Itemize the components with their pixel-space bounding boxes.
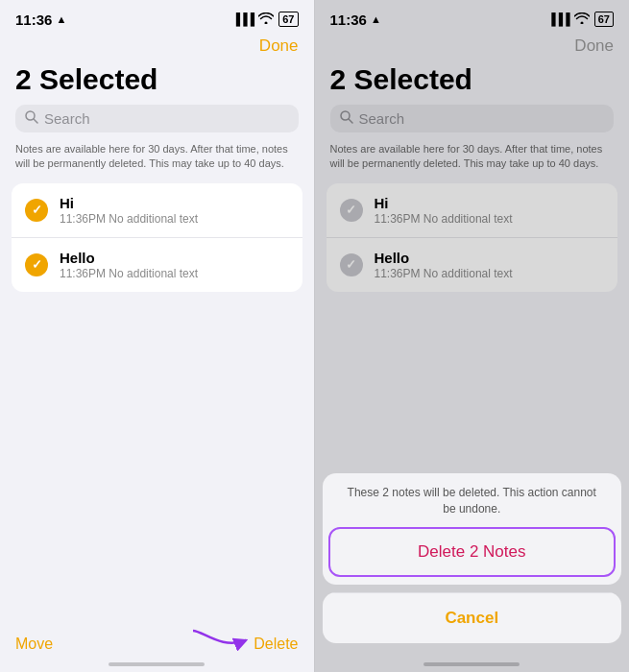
info-text-left: Notes are available here for 30 days. Af… [0, 142, 314, 183]
note-meta-hello-left: 11:36PM No additional text [60, 267, 289, 280]
svg-line-1 [34, 119, 37, 123]
action-sheet-message: These 2 notes will be deleted. This acti… [323, 473, 622, 525]
delete-button[interactable]: Delete [254, 636, 298, 653]
battery-icon-left: 67 [278, 12, 298, 27]
bottom-toolbar-left: Move Delete [0, 636, 314, 653]
right-phone-panel: 11:36 ▲ ▐▐▐ 67 Done 2 Selected [315, 0, 630, 672]
done-button-left[interactable]: Done [259, 36, 299, 56]
action-sheet-card: These 2 notes will be deleted. This acti… [323, 473, 622, 585]
move-button[interactable]: Move [15, 636, 53, 653]
search-bar-left[interactable]: Search [15, 105, 299, 132]
checkmark-hi-left: ✓ [32, 203, 42, 217]
note-meta-hi-left: 11:36PM No additional text [60, 212, 289, 226]
search-icon-left [25, 110, 38, 127]
cancel-card: Cancel [323, 592, 622, 643]
note-content-hi-left: Hi 11:36PM No additional text [60, 195, 289, 226]
signal-bars-left: ▐▐▐ [232, 12, 254, 26]
status-bar-left: 11:36 ▲ ▐▐▐ 67 [0, 0, 314, 35]
location-icon: ▲ [56, 13, 66, 25]
note-content-hello-left: Hello 11:36PM No additional text [60, 250, 289, 280]
notes-list-left: ✓ Hi 11:36PM No additional text ✓ Hello … [12, 183, 302, 292]
top-bar-left: Done [0, 35, 314, 60]
arrow-icon [193, 626, 251, 655]
note-item-hi-left[interactable]: ✓ Hi 11:36PM No additional text [12, 183, 302, 238]
status-time-left: 11:36 ▲ [15, 12, 66, 28]
checkmark-hello-left: ✓ [32, 257, 42, 272]
delete-notes-button[interactable]: Delete 2 Notes [328, 527, 617, 577]
check-circle-hi-left[interactable]: ✓ [25, 199, 48, 222]
check-circle-hello-left[interactable]: ✓ [25, 253, 48, 276]
left-phone-panel: 11:36 ▲ ▐▐▐ 67 Done 2 Selected [0, 0, 315, 672]
note-item-hello-left[interactable]: ✓ Hello 11:36PM No additional text [12, 238, 302, 292]
status-icons-left: ▐▐▐ 67 [232, 12, 299, 27]
search-placeholder-left: Search [44, 110, 90, 127]
note-title-hello-left: Hello [60, 250, 289, 266]
action-sheet: These 2 notes will be deleted. This acti… [323, 473, 622, 672]
delete-area: Delete [254, 636, 298, 653]
note-title-hi-left: Hi [60, 195, 289, 211]
wifi-icon-left [258, 12, 274, 27]
home-indicator-left [109, 662, 205, 666]
page-title-left: 2 Selected [0, 60, 314, 105]
cancel-button[interactable]: Cancel [323, 592, 622, 643]
